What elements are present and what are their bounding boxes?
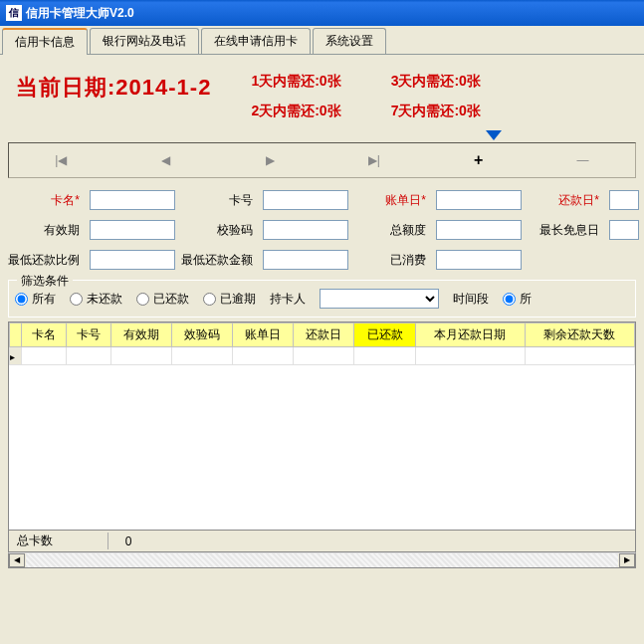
tab-card-info[interactable]: 信用卡信息: [2, 28, 88, 55]
min-amount-input[interactable]: [263, 250, 348, 270]
due-3day: 3天内需还:0张: [391, 73, 481, 91]
min-ratio-label: 最低还款比例: [8, 252, 84, 269]
col-returned[interactable]: 已还款: [354, 323, 415, 347]
col-bill[interactable]: 账单日: [233, 323, 294, 347]
app-icon: 信: [6, 5, 22, 21]
window-titlebar: 信 信用卡管理大师V2.0: [0, 0, 644, 26]
check-code-input[interactable]: [263, 220, 348, 240]
due-grid: 1天内需还:0张 3天内需还:0张 2天内需还:0张 7天内需还:0张: [251, 73, 480, 120]
scroll-track[interactable]: [26, 553, 618, 567]
due-1day: 1天内需还:0张: [251, 73, 340, 91]
due-2day: 2天内需还:0张: [251, 103, 340, 120]
card-no-input[interactable]: [263, 190, 348, 210]
current-date: 当前日期:2014-1-2: [16, 73, 211, 103]
total-limit-input[interactable]: [436, 220, 522, 240]
total-cards-label: 总卡数: [9, 533, 108, 549]
col-repay[interactable]: 还款日: [294, 323, 354, 347]
nav-next-button[interactable]: ▶: [240, 153, 300, 167]
bill-date-input[interactable]: [436, 190, 522, 210]
card-name-label: 卡名*: [8, 192, 84, 209]
consumed-input[interactable]: [436, 250, 522, 270]
nav-last-button[interactable]: ▶|: [344, 153, 404, 167]
grid-corner: [10, 323, 22, 347]
holder-label: 持卡人: [270, 291, 306, 308]
col-check[interactable]: 效验码: [171, 323, 232, 347]
consumed-label: 已消费: [354, 252, 430, 269]
repay-date-label: 还款日*: [528, 192, 603, 209]
bill-date-label: 账单日*: [354, 192, 430, 209]
col-card-no[interactable]: 卡号: [66, 323, 110, 347]
time-range-label: 时间段: [453, 291, 489, 308]
scroll-left-button[interactable]: ◀: [9, 553, 25, 567]
max-free-input[interactable]: [609, 220, 639, 240]
min-amount-label: 最低还款金额: [181, 252, 257, 269]
table-row[interactable]: [10, 347, 635, 365]
scroll-right-button[interactable]: ▶: [619, 553, 635, 567]
time-all-radio[interactable]: 所: [503, 291, 532, 308]
grid-footer: 总卡数 0: [8, 531, 636, 552]
nav-delete-button[interactable]: —: [553, 153, 613, 167]
card-no-label: 卡号: [181, 192, 257, 209]
card-name-input[interactable]: [90, 190, 175, 210]
filter-legend: 筛选条件: [17, 273, 73, 290]
tab-settings[interactable]: 系统设置: [313, 28, 386, 54]
row-indicator-icon: [10, 347, 22, 365]
filter-groupbox: 筛选条件 所有 未还款 已还款 已逾期 持卡人 时间段 所: [8, 280, 636, 318]
valid-thru-input[interactable]: [90, 220, 175, 240]
col-remain[interactable]: 剩余还款天数: [525, 323, 634, 347]
max-free-label: 最长免息日: [528, 222, 603, 239]
check-code-label: 校验码: [181, 222, 257, 239]
summary-bar: 当前日期:2014-1-2 1天内需还:0张 3天内需还:0张 2天内需还:0张…: [8, 63, 636, 138]
grid-header-row: 卡名 卡号 有效期 效验码 账单日 还款日 已还款 本月还款日期 剩余还款天数: [10, 323, 635, 347]
nav-add-button[interactable]: +: [449, 151, 509, 169]
filter-all-radio[interactable]: 所有: [15, 291, 56, 308]
card-form: 卡名* 卡号 账单日* 还款日* 有效期 校验码 总额度 最长免息日 最低还款比…: [8, 190, 636, 270]
filter-unpaid-radio[interactable]: 未还款: [70, 291, 122, 308]
data-grid[interactable]: 卡名 卡号 有效期 效验码 账单日 还款日 已还款 本月还款日期 剩余还款天数: [8, 322, 636, 531]
col-valid[interactable]: 有效期: [110, 323, 171, 347]
filter-paid-radio[interactable]: 已还款: [136, 291, 189, 308]
total-limit-label: 总额度: [354, 222, 430, 239]
col-card-name[interactable]: 卡名: [22, 323, 67, 347]
due-7day: 7天内需还:0张: [391, 103, 481, 120]
col-this-month[interactable]: 本月还款日期: [415, 323, 525, 347]
valid-thru-label: 有效期: [8, 222, 84, 239]
window-title: 信用卡管理大师V2.0: [26, 5, 134, 22]
tab-bank-sites[interactable]: 银行网站及电话: [90, 28, 199, 54]
tab-bar: 信用卡信息 银行网站及电话 在线申请信用卡 系统设置: [0, 26, 644, 55]
min-ratio-input[interactable]: [90, 250, 175, 270]
nav-first-button[interactable]: |◀: [31, 153, 91, 167]
record-nav-toolbar: |◀ ◀ ▶ ▶| + —: [8, 142, 636, 178]
nav-prev-button[interactable]: ◀: [135, 153, 195, 167]
expand-arrow-icon[interactable]: [486, 130, 502, 140]
holder-select[interactable]: [320, 289, 439, 309]
repay-date-input[interactable]: [609, 190, 639, 210]
total-cards-value: 0: [108, 535, 148, 548]
tab-apply-online[interactable]: 在线申请信用卡: [201, 28, 311, 54]
main-panel: 当前日期:2014-1-2 1天内需还:0张 3天内需还:0张 2天内需还:0张…: [0, 55, 644, 576]
filter-overdue-radio[interactable]: 已逾期: [203, 291, 256, 308]
horizontal-scrollbar[interactable]: ◀ ▶: [8, 552, 636, 568]
